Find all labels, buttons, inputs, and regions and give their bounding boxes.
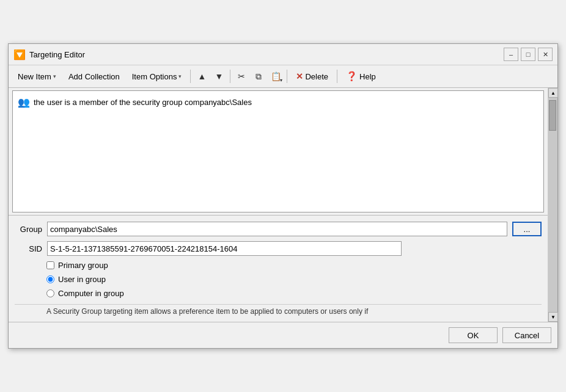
maximize-icon: □ [526,51,531,58]
separator-4 [337,70,337,83]
copy-button[interactable]: ⧉ [251,68,266,84]
paste-dropdown-arrow: ▾ [280,78,282,83]
cancel-button[interactable]: Cancel [502,327,551,343]
title-bar: 🔽 Targeting Editor – □ ✕ [9,44,557,65]
scroll-up-button[interactable]: ▲ [548,88,558,98]
sid-label: SID [15,244,42,253]
description-text: A Security Group targeting item allows a… [15,304,542,316]
item-options-dropdown-arrow: ▾ [178,73,182,79]
computer-in-group-row: Computer in group [15,289,542,298]
title-bar-controls: – □ ✕ [504,48,553,61]
group-input[interactable] [47,222,507,236]
new-item-button[interactable]: New Item ▾ [12,68,62,85]
item-options-label: Item Options [132,72,177,81]
paste-button[interactable]: 📋 ▾ [268,68,284,84]
move-up-button[interactable]: ▲ [194,68,210,84]
vertical-scrollbar: ▲ ▼ [548,88,557,322]
computer-in-group-label: Computer in group [58,289,124,298]
close-button[interactable]: ✕ [538,48,553,61]
scroll-track [548,98,557,312]
maximize-button[interactable]: □ [521,48,535,61]
delete-button[interactable]: ✕ Delete [290,68,334,85]
left-panel: 👥 the user is a member of the security g… [9,88,548,322]
main-content: 👥 the user is a member of the security g… [9,88,557,322]
separator-3 [287,70,287,83]
toolbar: New Item ▾ Add Collection Item Options ▾… [9,65,557,88]
scroll-down-button[interactable]: ▼ [548,312,558,322]
move-up-icon: ▲ [198,71,207,81]
scroll-thumb[interactable] [549,100,556,131]
separator-2 [230,70,230,83]
title-bar-left: 🔽 Targeting Editor [13,49,85,60]
tree-item-text: the user is a member of the security gro… [34,98,252,107]
cut-button[interactable]: ✂ [233,68,249,84]
help-label: Help [359,72,376,81]
sid-row: SID [15,241,542,256]
primary-group-checkbox[interactable] [46,261,54,269]
minimize-button[interactable]: – [504,48,518,61]
browse-button[interactable]: ... [512,222,542,236]
help-button[interactable]: ❓ Help [340,68,381,85]
new-item-dropdown-arrow: ▾ [53,73,56,79]
move-down-icon: ▼ [215,71,224,81]
details-area: Group ... SID Primary group User in [9,215,548,322]
user-in-group-radio[interactable] [46,275,54,283]
cut-icon: ✂ [238,71,245,81]
targeting-editor-window: 🔽 Targeting Editor – □ ✕ New Item ▾ Add … [8,43,558,349]
tree-area: 👥 the user is a member of the security g… [12,90,544,212]
computer-in-group-radio[interactable] [46,289,54,297]
minimize-icon: – [509,51,513,58]
filter-icon: 🔽 [13,49,26,60]
footer: OK Cancel [9,322,557,348]
copy-icon: ⧉ [255,71,262,82]
group-label: Group [15,225,42,234]
primary-group-row: Primary group [15,261,542,270]
window-title: Targeting Editor [29,50,85,59]
add-collection-button[interactable]: Add Collection [63,68,125,85]
delete-label: Delete [305,72,328,81]
move-down-button[interactable]: ▼ [211,68,227,84]
primary-group-label: Primary group [58,261,108,270]
new-item-label: New Item [18,72,51,81]
separator-1 [190,70,191,83]
sid-input[interactable] [47,241,402,256]
paste-icon: 📋 [271,71,281,81]
ok-button[interactable]: OK [449,327,498,343]
add-collection-label: Add Collection [68,72,120,81]
item-options-button[interactable]: Item Options ▾ [127,68,188,85]
close-icon: ✕ [543,51,548,59]
help-circle-icon: ❓ [346,71,358,82]
user-in-group-row: User in group [15,275,542,284]
delete-x-icon: ✕ [296,71,303,81]
user-in-group-label: User in group [58,275,106,284]
security-group-icon: 👥 [18,96,30,108]
group-row: Group ... [15,222,542,236]
tree-item[interactable]: 👥 the user is a member of the security g… [18,95,538,110]
